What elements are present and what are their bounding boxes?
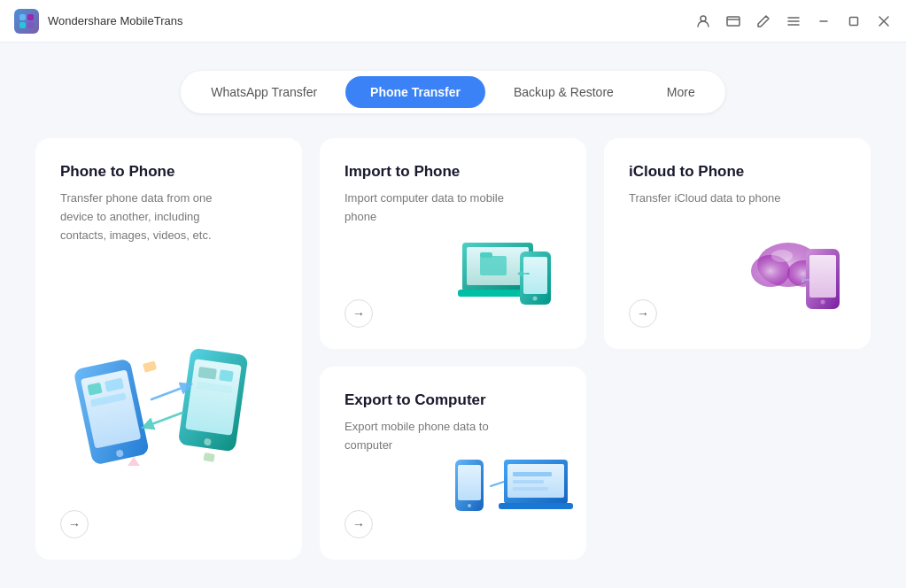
svg-rect-25 — [480, 256, 507, 275]
card-import-title: Import to Phone — [345, 163, 561, 181]
svg-rect-1 — [27, 14, 34, 20]
card-export-to-computer[interactable]: Export to Computer Export mobile phone d… — [320, 367, 586, 560]
export-illustration — [446, 446, 579, 553]
svg-rect-28 — [523, 257, 547, 294]
window-icon[interactable] — [725, 13, 741, 29]
svg-rect-17 — [219, 369, 234, 382]
close-button[interactable] — [876, 13, 892, 29]
svg-rect-3 — [27, 22, 34, 28]
icloud-arrow[interactable]: → — [629, 299, 657, 328]
tab-backup-restore[interactable]: Backup & Restore — [489, 76, 639, 108]
card-export-title: Export to Computer — [345, 391, 561, 409]
user-icon[interactable] — [695, 13, 711, 29]
svg-point-29 — [533, 296, 538, 300]
card-import-desc: Import computer data to mobile phone — [345, 190, 522, 227]
svg-marker-21 — [128, 457, 140, 466]
svg-rect-48 — [513, 487, 548, 491]
svg-point-34 — [771, 250, 793, 262]
svg-rect-5 — [727, 17, 740, 26]
svg-rect-45 — [499, 503, 573, 509]
svg-rect-6 — [850, 17, 858, 25]
tab-phone-transfer[interactable]: Phone Transfer — [345, 76, 485, 108]
tab-whatsapp-transfer[interactable]: WhatsApp Transfer — [186, 76, 342, 108]
main-content: WhatsApp Transfer Phone Transfer Backup … — [0, 43, 906, 588]
card-phone-to-phone[interactable]: Phone to Phone Transfer phone data from … — [35, 138, 302, 560]
card-icloud-to-phone[interactable]: iCloud to Phone Transfer iCloud data to … — [604, 138, 871, 349]
card-phone-to-phone-title: Phone to Phone — [60, 163, 277, 181]
tab-more[interactable]: More — [642, 76, 720, 108]
svg-point-41 — [468, 504, 471, 507]
cards-grid: Phone to Phone Transfer phone data from … — [35, 138, 871, 560]
svg-rect-0 — [19, 14, 26, 20]
svg-rect-20 — [203, 453, 214, 462]
svg-rect-46 — [513, 472, 552, 476]
svg-rect-40 — [458, 465, 481, 500]
window-controls — [695, 13, 892, 29]
icloud-illustration — [731, 227, 863, 342]
svg-rect-26 — [480, 252, 492, 258]
card-icloud-desc: Transfer iCloud data to phone — [629, 190, 806, 208]
card-phone-to-phone-desc: Transfer phone data from one device to a… — [60, 190, 237, 244]
minimize-button[interactable] — [816, 13, 832, 29]
phone-to-phone-arrow[interactable]: → — [60, 510, 89, 538]
svg-rect-19 — [143, 360, 157, 372]
app-name: Wondershare MobileTrans — [48, 14, 182, 27]
import-arrow[interactable]: → — [345, 299, 373, 328]
svg-rect-36 — [809, 255, 836, 298]
navigation-tabs: WhatsApp Transfer Phone Transfer Backup … — [181, 71, 725, 113]
import-illustration — [445, 225, 577, 340]
phone-to-phone-illustration — [67, 315, 271, 492]
edit-icon[interactable] — [755, 13, 771, 29]
export-arrow[interactable]: → — [345, 510, 373, 538]
titlebar-left: Wondershare MobileTrans — [14, 9, 182, 34]
svg-point-4 — [701, 16, 706, 21]
menu-icon[interactable] — [786, 13, 801, 29]
maximize-button[interactable] — [846, 13, 862, 29]
app-icon — [14, 9, 39, 34]
titlebar: Wondershare MobileTrans — [0, 0, 906, 43]
svg-rect-47 — [513, 480, 544, 484]
svg-rect-2 — [19, 22, 26, 28]
card-icloud-title: iCloud to Phone — [629, 163, 846, 181]
svg-point-37 — [821, 299, 825, 304]
card-import-to-phone[interactable]: Import to Phone Import computer data to … — [320, 138, 586, 349]
